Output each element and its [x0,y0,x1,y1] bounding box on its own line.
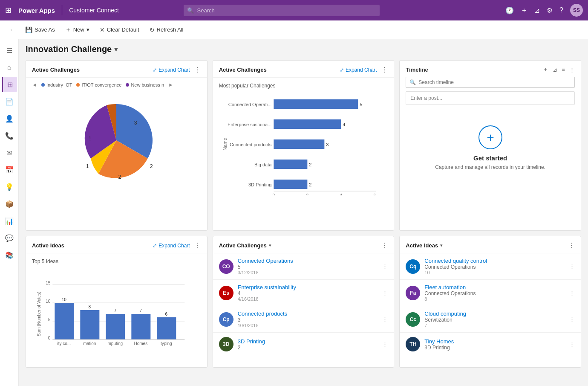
new-dropdown-chevron[interactable]: ▾ [86,26,89,33]
timeline-add-icon[interactable]: ＋ [543,66,548,73]
idea-item-dots-0[interactable]: ⋮ [569,263,575,270]
sidebar-item-products[interactable]: 📦 [2,196,17,212]
idea-name-3[interactable]: Tiny Homes [424,338,565,345]
sidebar-item-library[interactable]: 📚 [2,247,17,263]
challenges-list-more-button[interactable]: ⋮ [381,241,388,250]
bar-more-button[interactable]: ⋮ [381,66,388,74]
idea-name-0[interactable]: Connected quality control [424,258,565,264]
sidebar: ☰ ⌂ ⊞ 📄 👤 📞 ✉ 📅 💡 📦 📊 💬 📚 [0,39,19,386]
active-challenges-list-card: Active Challenges ▾ ⋮ CO Connected Opera… [213,236,395,368]
sidebar-item-analytics[interactable]: 📊 [2,213,17,229]
bar-chart-body: Most popular Challenges Name 5 Connected… [213,78,394,202]
timeline-more-icon[interactable]: ⋮ [569,67,575,73]
challenge-name-2[interactable]: Connected products [238,311,378,317]
expand-icon: ⤢ [153,67,157,73]
challenge-content-3: 3D Printing 2 [238,338,378,351]
bar-expand-button[interactable]: ⤢ Expand Chart [340,67,377,73]
challenge-item-dots-2[interactable]: ⋮ [382,316,388,322]
back-button[interactable]: ← [5,24,19,35]
expand-chart-icon: ⤢ [340,67,344,73]
idea-item-dots-2[interactable]: ⋮ [569,316,575,322]
help-icon[interactable]: ? [559,6,563,14]
sidebar-item-mail[interactable]: ✉ [2,145,17,160]
timeline-body: 🔍 Enter a post... ＋ Get started Capture … [400,77,581,187]
idea-item-dots-3[interactable]: ⋮ [569,341,575,348]
challenge-name-1[interactable]: Enterprise sustainability [238,284,378,290]
svg-text:typing: typing [161,341,172,346]
idea-item-2: Cc Cloud computing Servitization 7 ⋮ [400,306,581,333]
card-grid-bottom: Active Ideas ⤢ Expand Chart ⋮ Top 5 Idea… [26,236,581,368]
svg-text:2: 2 [309,162,311,167]
timeline-card: Timeline ＋ ⊿ ≡ ⋮ 🔍 Enter a post... [399,60,581,231]
page-title-chevron[interactable]: ▾ [114,45,118,53]
challenge-count-0: 5 [238,264,378,270]
pie-nav-left[interactable]: ◄ [32,82,37,88]
filter-icon[interactable]: ⊿ [534,6,540,15]
ideas-list-more-button[interactable]: ⋮ [568,241,575,250]
ideas-bar-more-button[interactable]: ⋮ [194,241,201,250]
refresh-all-button[interactable]: ↻ Refresh All [145,24,188,35]
svg-text:8: 8 [89,305,91,309]
challenges-list-title-group: Active Challenges ▾ [219,242,271,249]
challenge-item-dots-0[interactable]: ⋮ [382,263,388,270]
challenge-avatar-1: Es [219,286,233,300]
challenge-name-0[interactable]: Connected Operations [238,258,378,264]
challenge-item-dots-1[interactable]: ⋮ [382,290,388,296]
pie-nav-right[interactable]: ► [168,82,173,88]
add-icon[interactable]: ＋ [521,6,527,15]
timeline-list-icon[interactable]: ≡ [562,67,565,73]
sidebar-item-menu[interactable]: ☰ [2,43,17,58]
challenges-dropdown-chevron[interactable]: ▾ [269,243,271,248]
timeline-post-area[interactable]: Enter a post... [406,91,575,105]
timeline-title: Timeline [406,67,428,73]
ideas-list-header: Active Ideas ▾ ⋮ [400,236,581,253]
svg-text:0: 0 [48,336,51,340]
challenge-item-2: Cp Connected products 3 10/1/2018 ⋮ [213,306,394,333]
timeline-get-started-icon[interactable]: ＋ [478,125,502,149]
svg-text:1: 1 [86,163,89,169]
refresh-icon: ↻ [150,26,155,33]
save-as-button[interactable]: 💾 Save As [21,24,59,35]
ideas-dropdown-chevron[interactable]: ▾ [440,243,443,248]
svg-rect-12 [274,139,324,149]
user-avatar[interactable]: SS [570,4,583,17]
svg-text:6: 6 [373,193,376,195]
svg-text:ity co...: ity co... [57,341,71,346]
idea-count-1: 8 [424,296,565,302]
challenge-name-3[interactable]: 3D Printing [238,338,378,345]
sidebar-item-calendar[interactable]: 📅 [2,162,17,177]
sidebar-item-home[interactable]: ⌂ [2,60,17,75]
sidebar-item-ideas[interactable]: 💡 [2,179,17,194]
sidebar-item-chat[interactable]: 💬 [2,230,17,246]
apps-icon[interactable]: ⊞ [5,6,12,15]
legend-new-business: New business n [126,82,164,87]
idea-name-1[interactable]: Fleet automation [424,284,565,290]
pie-more-button[interactable]: ⋮ [194,66,201,74]
settings-icon[interactable]: ⚙ [547,6,553,15]
challenge-item-dots-3[interactable]: ⋮ [382,341,388,348]
challenge-content-0: Connected Operations 5 3/12/2018 [238,258,378,275]
sidebar-item-records[interactable]: 📄 [2,94,17,109]
svg-rect-15 [274,160,307,169]
idea-item-dots-1[interactable]: ⋮ [569,290,575,296]
clock-icon[interactable]: 🕐 [505,6,514,15]
sidebar-item-phone[interactable]: 📞 [2,128,17,143]
sidebar-item-contacts[interactable]: 👤 [2,111,17,126]
timeline-empty-title: Get started [473,154,507,162]
timeline-search-input[interactable] [418,79,571,85]
svg-text:Sum (Number of Votes): Sum (Number of Votes) [37,292,41,336]
new-button[interactable]: ＋ New ▾ [61,24,94,36]
idea-avatar-1: Fa [406,286,420,300]
pie-expand-button[interactable]: ⤢ Expand Chart [153,67,190,73]
clear-default-button[interactable]: ✕ Clear Default [95,24,144,35]
svg-rect-45 [131,314,150,340]
sidebar-item-dashboard[interactable]: ⊞ [2,77,17,92]
svg-text:7: 7 [140,308,142,313]
timeline-filter-icon[interactable]: ⊿ [553,67,557,73]
global-search-input[interactable] [184,5,380,16]
challenge-avatar-3: 3D [219,337,233,351]
svg-text:5: 5 [360,102,362,107]
idea-name-2[interactable]: Cloud computing [424,311,565,317]
ideas-bar-expand-button[interactable]: ⤢ Expand Chart [153,243,190,249]
legend-dot-iot [41,83,45,87]
